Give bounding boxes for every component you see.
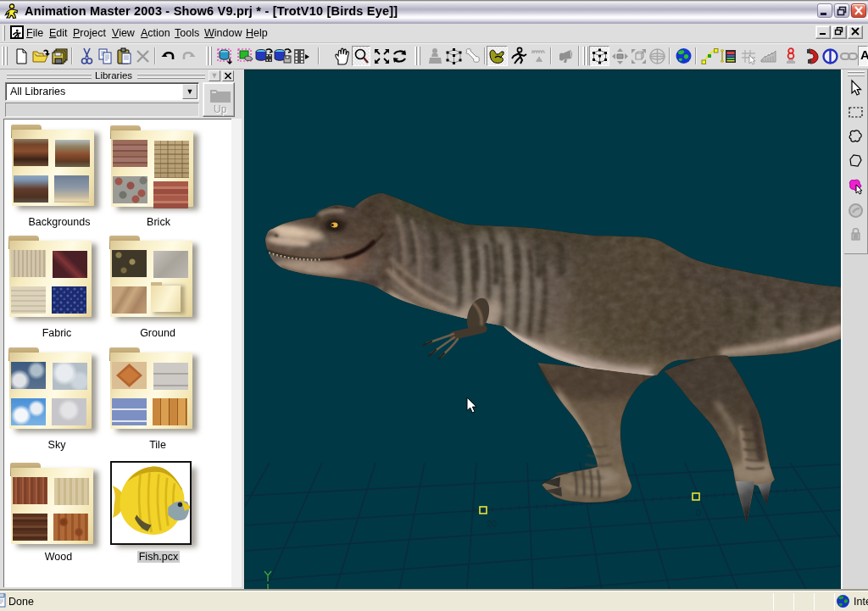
svg-text:0: 0 bbox=[696, 508, 701, 518]
svg-text:20: 20 bbox=[487, 519, 497, 529]
